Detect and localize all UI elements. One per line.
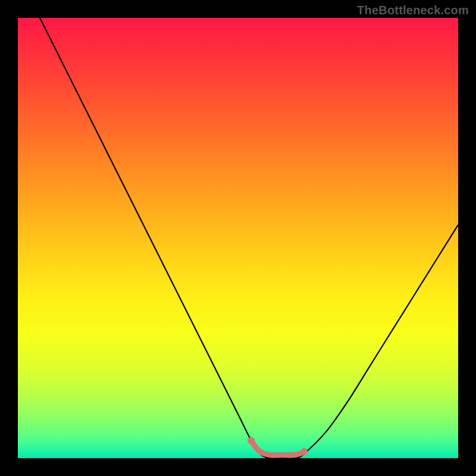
chart-frame: TheBottleneck.com	[0, 0, 476, 476]
marker-end-dot	[300, 448, 308, 455]
curve-layer	[18, 18, 458, 458]
watermark-text: TheBottleneck.com	[357, 4, 469, 17]
bottleneck-curve-path	[40, 18, 458, 458]
marker-end-dot	[248, 437, 255, 444]
optimal-zone-marker-path	[251, 440, 304, 455]
plot-area	[18, 18, 458, 458]
